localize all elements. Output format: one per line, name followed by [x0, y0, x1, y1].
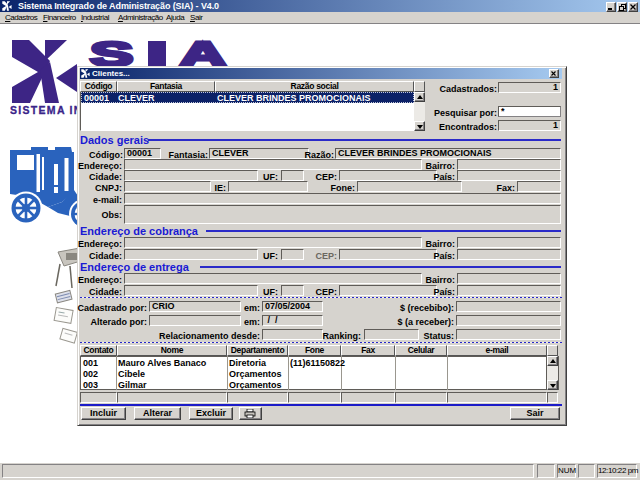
- svg-text:A: A: [180, 34, 227, 68]
- svg-text:S: S: [90, 34, 133, 68]
